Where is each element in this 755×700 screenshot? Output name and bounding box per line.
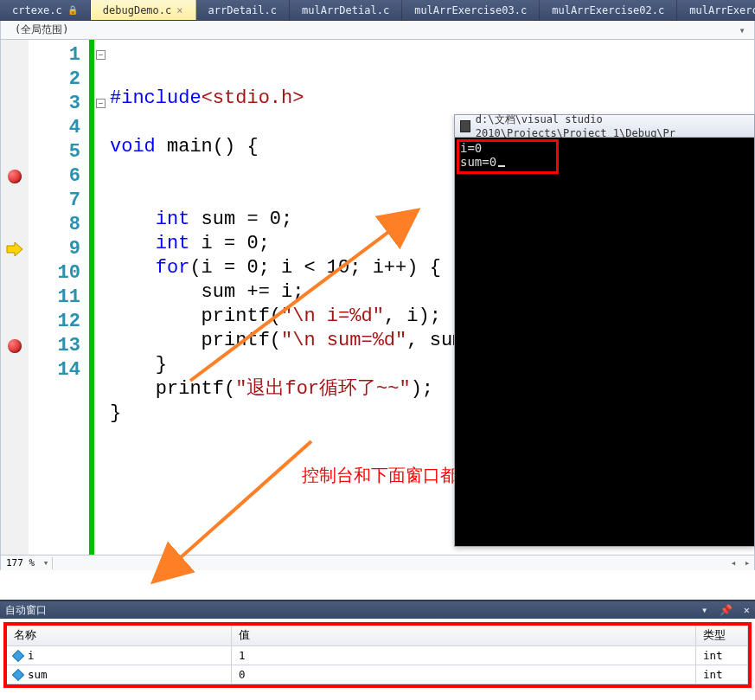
line-number: 9 [29, 237, 86, 261]
autos-columns: 名称 值 类型 [7, 626, 748, 646]
line-number: 2 [29, 67, 86, 92]
close-icon[interactable]: × [176, 4, 182, 16]
variable-icon [12, 668, 24, 680]
dropdown-icon[interactable]: ▾ [701, 604, 707, 616]
console-titlebar[interactable]: d:\文档\visual studio 2010\Projects\Projec… [455, 115, 754, 138]
line-number: 14 [29, 358, 86, 382]
scope-label: (全局范围) [15, 22, 735, 37]
line-number: 6 [29, 164, 86, 189]
line-number: 7 [29, 189, 86, 213]
var-value[interactable]: 1 [232, 646, 696, 665]
line-number-gutter: 1234567891011121314 [29, 40, 86, 570]
lock-icon: 🔒 [67, 5, 78, 15]
line-number: 5 [29, 140, 86, 164]
var-name: i [28, 649, 35, 662]
autos-row[interactable]: i1int [7, 646, 748, 665]
line-number: 8 [29, 213, 86, 237]
var-type: int [696, 665, 748, 684]
line-number: 1 [29, 43, 86, 67]
tab-mularrexercise02c[interactable]: mulArrExercise02.c [540, 0, 677, 20]
var-type: int [696, 646, 748, 665]
pin-icon[interactable]: 📌 [720, 604, 733, 616]
close-icon[interactable]: ✕ [744, 604, 750, 616]
console-icon [460, 120, 470, 132]
line-number: 3 [29, 92, 86, 116]
fold-toggle-icon[interactable]: − [96, 99, 106, 108]
editor-status-strip: 177 % ▾ ◂ ▸ [1, 555, 754, 570]
tab-arrdetailc[interactable]: arrDetail.c [196, 0, 290, 20]
autos-header[interactable]: 自动窗口 ▾ 📌 ✕ [0, 601, 755, 619]
chevron-down-icon: ▾ [735, 24, 749, 36]
col-type[interactable]: 类型 [696, 626, 748, 645]
line-number: 11 [29, 286, 86, 310]
current-line-arrow-icon [6, 242, 23, 256]
autos-row[interactable]: sum0int [7, 665, 748, 684]
tab-mularrexercise03c[interactable]: mulArrExercise03.c [402, 0, 540, 20]
variable-icon [12, 649, 24, 661]
tab-bar: crtexe.c🔒debugDemo.c×arrDetail.cmulArrDe… [0, 0, 755, 21]
line-number: 4 [29, 116, 86, 140]
line-number: 12 [29, 310, 86, 334]
scroll-left-icon[interactable]: ◂ [726, 557, 740, 568]
autos-grid[interactable]: 名称 值 类型 i1intsum0int [3, 622, 752, 688]
col-name[interactable]: 名称 [7, 626, 232, 645]
annotation-box [457, 139, 559, 174]
line-number: 10 [29, 261, 86, 286]
outline-gutter[interactable]: −− [86, 40, 110, 570]
var-name: sum [28, 668, 48, 681]
autos-title: 自动窗口 [5, 603, 47, 618]
scroll-right-icon[interactable]: ▸ [740, 557, 754, 568]
tab-debugdemoc[interactable]: debugDemo.c× [91, 0, 196, 20]
fold-toggle-icon[interactable]: − [96, 50, 106, 60]
line-number: 13 [29, 334, 86, 358]
zoom-level[interactable]: 177 % [1, 557, 40, 568]
console-output: i=0 sum=0 [455, 138, 754, 546]
console-title-text: d:\文档\visual studio 2010\Projects\Projec… [476, 112, 749, 139]
autos-panel: 自动窗口 ▾ 📌 ✕ 名称 值 类型 i1intsum0int [0, 600, 755, 700]
console-window[interactable]: d:\文档\visual studio 2010\Projects\Projec… [454, 114, 755, 547]
breakpoint-icon[interactable] [8, 170, 22, 183]
breakpoint-icon[interactable] [8, 339, 22, 353]
tab-mularrdetialc[interactable]: mulArrDetial.c [290, 0, 402, 20]
var-value[interactable]: 0 [232, 665, 696, 684]
zoom-dropdown-icon[interactable]: ▾ [40, 557, 52, 568]
code-line[interactable]: #include<stdio.h> [110, 87, 754, 111]
glyph-margin[interactable] [1, 40, 29, 570]
scope-dropdown[interactable]: (全局范围) ▾ [0, 21, 755, 40]
col-value[interactable]: 值 [232, 626, 696, 645]
horizontal-scrollbar[interactable] [52, 557, 726, 569]
tab-crtexec[interactable]: crtexe.c🔒 [0, 0, 91, 20]
tab-mularrexercise01c[interactable]: mulArrExercise01.c [677, 0, 755, 20]
